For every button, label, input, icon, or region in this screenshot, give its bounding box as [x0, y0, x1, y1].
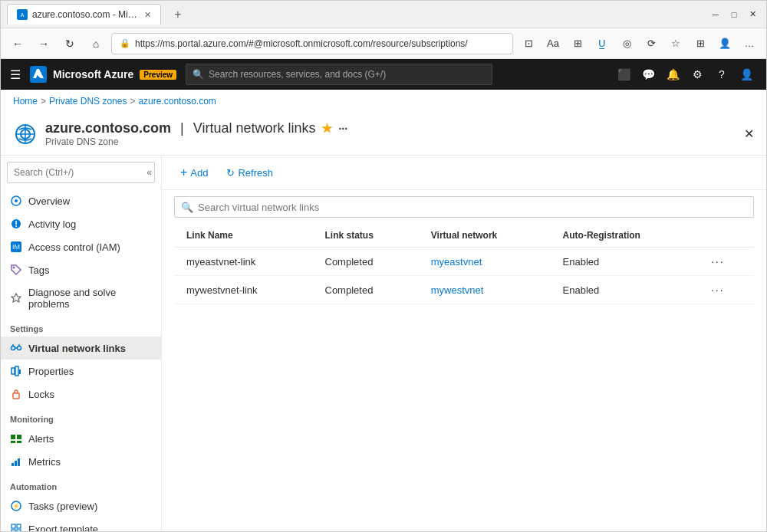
sidebar-item-export[interactable]: Export template: [1, 517, 161, 531]
svg-rect-28: [11, 441, 15, 443]
refresh-icon[interactable]: ⟳: [640, 33, 662, 54]
svg-rect-36: [17, 524, 21, 528]
main-toolbar: + Add ↻ Refresh: [162, 156, 766, 190]
sidebar-item-tasks[interactable]: ⚡ Tasks (preview): [1, 494, 161, 517]
reload-button[interactable]: ↻: [59, 33, 81, 54]
add-button[interactable]: + Add: [174, 163, 214, 182]
feedback-icon[interactable]: 💬: [637, 64, 659, 85]
svg-point-10: [15, 199, 18, 202]
browser-tab[interactable]: A azure.contoso.com - Microsoft A... ✕: [7, 4, 161, 25]
sidebar-item-properties[interactable]: Properties: [1, 360, 161, 383]
add-label: Add: [190, 167, 208, 179]
back-button[interactable]: ←: [7, 33, 28, 54]
breadcrumb-resource[interactable]: azure.contoso.com: [138, 96, 216, 107]
svg-rect-35: [12, 524, 15, 528]
sidebar-item-activity-log[interactable]: Activity log: [1, 212, 161, 235]
new-tab-button[interactable]: +: [167, 4, 189, 25]
vnet-link-1[interactable]: mywestvnet: [431, 284, 484, 296]
properties-icon: [10, 365, 22, 377]
sidebar-item-metrics[interactable]: Metrics: [1, 450, 161, 473]
notifications-icon[interactable]: 🔔: [662, 64, 683, 85]
search-icon: 🔍: [193, 69, 204, 80]
favorites-icon[interactable]: ☆: [665, 33, 686, 54]
breadcrumb-private-dns[interactable]: Private DNS zones: [49, 96, 127, 107]
sidebar-collapse-button[interactable]: «: [146, 167, 152, 178]
sidebar-search-area: «: [1, 156, 161, 189]
cast-icon[interactable]: ⊡: [518, 33, 539, 54]
svg-rect-31: [15, 461, 17, 466]
col-auto-registration: Auto-Registration: [551, 224, 699, 248]
breadcrumb-home[interactable]: Home: [13, 96, 38, 107]
metrics-icon: [10, 455, 22, 468]
search-bar: 🔍: [162, 190, 766, 224]
account-icon[interactable]: 👤: [736, 64, 757, 85]
cell-link-status: Completed: [313, 248, 419, 276]
sidebar-item-label: Activity log: [28, 218, 76, 230]
collections-icon[interactable]: ⊞: [690, 33, 711, 54]
sidebar-item-vnet-links[interactable]: Virtual network links: [1, 337, 161, 360]
row-action-button-1[interactable]: ···: [711, 284, 725, 296]
azure-logo-text: Microsoft Azure: [53, 68, 133, 80]
reading-mode-icon[interactable]: Aa: [542, 33, 564, 54]
breadcrumb-sep-1: >: [41, 96, 46, 107]
underline-icon[interactable]: U̲: [591, 33, 613, 54]
help-icon[interactable]: ?: [711, 64, 732, 85]
favorite-star[interactable]: ★: [321, 121, 332, 136]
sidebar-item-iam[interactable]: IM Access control (IAM): [1, 235, 161, 258]
svg-point-13: [15, 225, 17, 227]
row-action-button-0[interactable]: ···: [711, 255, 725, 268]
locks-icon: [10, 388, 22, 400]
cell-link-name: mywestvnet-link: [174, 276, 313, 304]
cell-row-actions: ···: [699, 248, 754, 276]
svg-rect-30: [12, 463, 14, 466]
azure-topbar: ☰ Microsoft Azure Preview 🔍 Search resou…: [1, 59, 766, 90]
tab-close-button[interactable]: ✕: [144, 10, 151, 20]
minimize-button[interactable]: ─: [708, 7, 723, 22]
more-options-button[interactable]: ···: [338, 123, 347, 135]
sidebar-item-label: Overview: [28, 195, 70, 207]
sidebar-search-input[interactable]: [7, 162, 155, 183]
breadcrumb-sep-2: >: [130, 96, 135, 107]
home-button[interactable]: ⌂: [85, 33, 107, 54]
vnet-link-0[interactable]: myeastvnet: [431, 256, 482, 268]
translate-icon[interactable]: ⊞: [567, 33, 588, 54]
svg-point-16: [13, 267, 15, 269]
table-container: Link Name Link status Virtual network Au…: [162, 224, 766, 304]
breadcrumb: Home > Private DNS zones > azure.contoso…: [1, 90, 766, 113]
svg-rect-22: [12, 368, 15, 374]
sidebar-item-label: Export template: [28, 524, 98, 532]
profile-icon[interactable]: 👤: [714, 33, 736, 54]
address-bar[interactable]: 🔒 https://ms.portal.azure.com/#@microsof…: [111, 33, 513, 54]
azure-global-search[interactable]: 🔍 Search resources, services, and docs (…: [186, 64, 492, 85]
search-placeholder: Search resources, services, and docs (G+…: [209, 69, 386, 80]
maximize-button[interactable]: □: [726, 7, 742, 22]
forward-button[interactable]: →: [33, 33, 54, 54]
close-panel-button[interactable]: ✕: [744, 126, 754, 141]
sidebar-item-tags[interactable]: Tags: [1, 258, 161, 281]
tab-favicon: A: [17, 9, 28, 20]
search-input-wrapper: 🔍: [174, 196, 754, 218]
cell-virtual-network: mywestvnet: [419, 276, 551, 304]
sidebar-item-locks[interactable]: Locks: [1, 383, 161, 406]
col-link-status: Link status: [313, 224, 419, 248]
settings-icon[interactable]: ⚙: [686, 64, 708, 85]
hamburger-button[interactable]: ☰: [10, 67, 21, 82]
activity-log-icon: [10, 218, 22, 230]
sidebar: « Overview Activity log: [1, 156, 162, 531]
sidebar-item-alerts[interactable]: Alerts: [1, 427, 161, 450]
window-controls: ─ □ ✕: [708, 7, 760, 22]
refresh-label: Refresh: [238, 167, 273, 179]
sidebar-item-label: Tags: [28, 264, 49, 276]
close-button[interactable]: ✕: [745, 7, 760, 22]
refresh-button[interactable]: ↻ Refresh: [220, 164, 279, 182]
alerts-icon: [10, 432, 22, 445]
settings-icon[interactable]: …: [739, 33, 760, 54]
cloud-shell-icon[interactable]: ⬛: [613, 64, 634, 85]
sidebar-item-overview[interactable]: Overview: [1, 189, 161, 212]
tracking-icon[interactable]: ◎: [616, 33, 637, 54]
vnet-search-input[interactable]: [198, 202, 747, 213]
svg-text:A: A: [21, 12, 25, 18]
table-row: myeastvnet-link Completed myeastvnet Ena…: [174, 248, 754, 276]
sidebar-item-diagnose[interactable]: Diagnose and solve problems: [1, 281, 161, 315]
preview-badge: Preview: [140, 70, 176, 80]
